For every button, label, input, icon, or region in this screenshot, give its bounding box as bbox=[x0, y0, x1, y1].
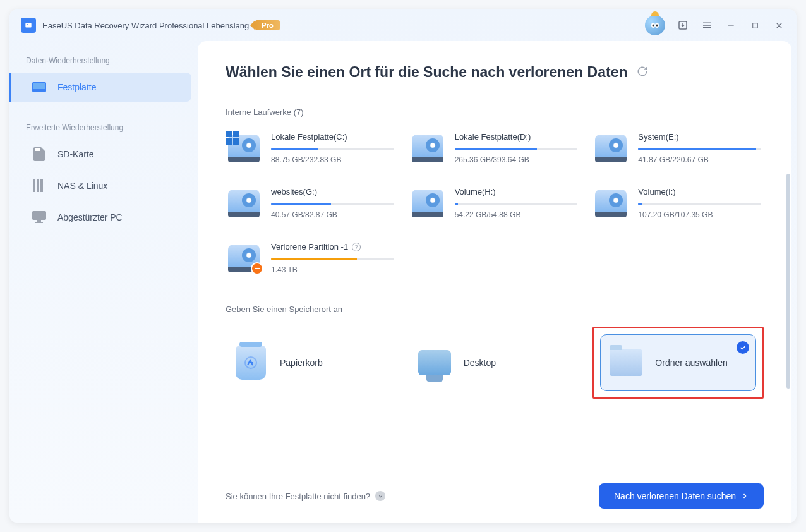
usage-bar bbox=[455, 203, 578, 205]
drive-name: websites(G:) bbox=[271, 187, 394, 196]
menu-icon[interactable] bbox=[701, 19, 713, 32]
title-bar-actions bbox=[645, 15, 785, 35]
help-icon[interactable]: ? bbox=[352, 243, 361, 251]
sidebar-item-festplatte[interactable]: Festplatte bbox=[9, 73, 191, 102]
assistant-icon[interactable] bbox=[645, 15, 665, 35]
main-scroll-area: Wählen Sie einen Ort für die Suche nach … bbox=[198, 41, 791, 472]
scrollbar[interactable] bbox=[786, 174, 790, 389]
svg-rect-24 bbox=[35, 222, 43, 223]
svg-point-5 bbox=[656, 25, 658, 27]
monitor-icon bbox=[32, 210, 46, 224]
close-icon[interactable] bbox=[773, 19, 785, 32]
maximize-icon[interactable] bbox=[749, 19, 761, 32]
svg-rect-21 bbox=[40, 179, 43, 192]
location-label: Ordner auswählen bbox=[655, 358, 727, 368]
section-location-label: Geben Sie einen Speicherort an bbox=[226, 305, 764, 314]
sidebar-item-label: Abgestürzter PC bbox=[57, 212, 123, 222]
footer-bar: Sie können Ihre Festplatte nicht finden?… bbox=[198, 472, 791, 523]
hard-drive-icon bbox=[228, 132, 261, 161]
svg-rect-18 bbox=[39, 148, 40, 151]
usage-bar bbox=[271, 203, 394, 205]
usage-bar bbox=[455, 148, 578, 150]
usage-bar bbox=[271, 258, 394, 260]
drive-size: 107.20 GB/107.35 GB bbox=[638, 210, 761, 219]
location-grid: Papierkorb Desktop Ordner auswählen bbox=[226, 327, 764, 399]
find-disk-link[interactable]: Sie können Ihre Festplatte nicht finden? bbox=[226, 491, 385, 501]
drive-card[interactable]: Volume(H:) 54.22 GB/54.88 GB bbox=[409, 184, 580, 222]
svg-rect-22 bbox=[32, 211, 46, 220]
drive-name: System(E:) bbox=[638, 132, 761, 142]
highlight-annotation: Ordner auswählen bbox=[592, 327, 764, 399]
location-desktop[interactable]: Desktop bbox=[409, 327, 580, 399]
svg-rect-16 bbox=[35, 148, 37, 151]
location-label: Papierkorb bbox=[280, 358, 323, 368]
svg-rect-19 bbox=[33, 179, 35, 192]
drive-size: 54.22 GB/54.88 GB bbox=[455, 210, 578, 219]
usage-bar bbox=[271, 148, 394, 150]
drive-grid: Lokale Festplatte(C:) 88.75 GB/232.83 GB… bbox=[226, 130, 764, 277]
svg-rect-1 bbox=[27, 24, 28, 25]
chevron-right-icon bbox=[741, 492, 749, 500]
sidebar-item-label: NAS & Linux bbox=[57, 181, 107, 191]
sidebar-item-crashed-pc[interactable]: Abgestürzter PC bbox=[16, 203, 191, 232]
sidebar-item-sd-karte[interactable]: SD-Karte bbox=[16, 140, 191, 169]
hard-drive-icon bbox=[228, 187, 261, 216]
folder-icon bbox=[610, 346, 642, 379]
drive-size: 1.43 TB bbox=[271, 265, 394, 274]
sidebar-section-label: Daten-Wiederherstellung bbox=[9, 56, 198, 73]
hard-drive-icon bbox=[412, 132, 445, 161]
svg-rect-0 bbox=[25, 23, 31, 28]
sidebar-item-label: SD-Karte bbox=[57, 149, 94, 159]
svg-rect-17 bbox=[37, 148, 39, 151]
drive-card[interactable]: System(E:) 41.87 GB/220.67 GB bbox=[592, 130, 764, 167]
pro-badge: Pro bbox=[255, 20, 279, 30]
location-recycle-bin[interactable]: Papierkorb bbox=[226, 327, 397, 399]
drive-size: 88.75 GB/232.83 GB bbox=[271, 155, 394, 164]
drive-name: Volume(I:) bbox=[638, 187, 761, 196]
usage-bar bbox=[638, 148, 761, 150]
svg-rect-15 bbox=[33, 83, 45, 89]
location-label: Desktop bbox=[464, 358, 496, 368]
svg-rect-11 bbox=[752, 23, 757, 28]
drive-name: Volume(H:) bbox=[455, 187, 578, 196]
svg-point-4 bbox=[653, 25, 654, 27]
drive-name: Lokale Festplatte(C:) bbox=[271, 132, 394, 142]
sidebar-section-label: Erweiterte Wiederherstellung bbox=[9, 123, 198, 140]
hard-drive-icon bbox=[595, 132, 628, 161]
title-bar: EaseUS Data Recovery Wizard Professional… bbox=[9, 9, 797, 41]
sidebar: Daten-Wiederherstellung Festplatte Erwei… bbox=[9, 41, 198, 523]
body: Daten-Wiederherstellung Festplatte Erwei… bbox=[9, 41, 797, 523]
drive-icon bbox=[32, 80, 46, 94]
hard-drive-icon bbox=[412, 187, 445, 216]
sd-card-icon bbox=[32, 147, 46, 161]
svg-rect-23 bbox=[37, 220, 41, 222]
sidebar-item-nas-linux[interactable]: NAS & Linux bbox=[16, 171, 191, 200]
drive-size: 40.57 GB/82.87 GB bbox=[271, 210, 394, 219]
page-title: Wählen Sie einen Ort für die Suche nach … bbox=[226, 64, 764, 81]
section-internal-drives-label: Interne Laufwerke (7) bbox=[226, 107, 764, 117]
check-icon bbox=[737, 341, 749, 354]
drive-card[interactable]: Lokale Festplatte(D:) 265.36 GB/393.64 G… bbox=[409, 130, 580, 167]
app-title: EaseUS Data Recovery Wizard Professional… bbox=[42, 21, 249, 30]
download-icon[interactable] bbox=[677, 19, 689, 32]
drive-name: Lokale Festplatte(D:) bbox=[455, 132, 578, 142]
search-button[interactable]: Nach verlorenen Daten suchen bbox=[599, 483, 764, 509]
minimize-icon[interactable] bbox=[725, 19, 737, 32]
drive-card[interactable]: websites(G:) 40.57 GB/82.87 GB bbox=[226, 184, 397, 222]
sidebar-item-label: Festplatte bbox=[57, 82, 96, 92]
drive-size: 265.36 GB/393.64 GB bbox=[455, 155, 578, 164]
chevron-down-icon bbox=[375, 491, 385, 501]
desktop-icon bbox=[418, 346, 451, 379]
drive-size: 41.87 GB/220.67 GB bbox=[638, 155, 761, 164]
recycle-bin-icon bbox=[234, 346, 267, 379]
drive-card[interactable]: Lokale Festplatte(C:) 88.75 GB/232.83 GB bbox=[226, 130, 397, 167]
usage-bar bbox=[638, 203, 761, 205]
drive-name: Verlorene Partition -1? bbox=[271, 242, 394, 251]
svg-rect-20 bbox=[37, 179, 39, 192]
hard-drive-icon: − bbox=[228, 242, 261, 271]
refresh-icon[interactable] bbox=[637, 64, 648, 81]
app-window: EaseUS Data Recovery Wizard Professional… bbox=[9, 9, 797, 523]
location-select-folder[interactable]: Ordner auswählen bbox=[600, 334, 756, 391]
drive-card[interactable]: − Verlorene Partition -1? 1.43 TB bbox=[226, 239, 397, 277]
drive-card[interactable]: Volume(I:) 107.20 GB/107.35 GB bbox=[592, 184, 764, 222]
